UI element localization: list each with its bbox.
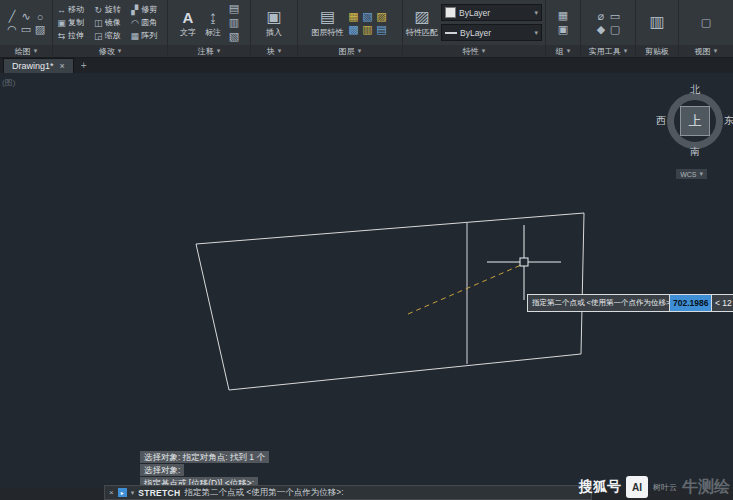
copy-icon: ▣ bbox=[56, 17, 67, 28]
paste-button[interactable]: ▥ bbox=[646, 13, 668, 33]
text-button[interactable]: A 文字 bbox=[177, 7, 199, 37]
layer-lock-icon[interactable]: ▩ bbox=[347, 23, 361, 37]
object-color-dropdown[interactable]: ByLayer ▾ bbox=[441, 4, 542, 21]
layer-properties-button[interactable]: ▤ 图层特性 bbox=[312, 7, 344, 37]
dynamic-input-angle-field[interactable]: < 12 bbox=[711, 294, 733, 312]
watermark-source: 搜狐号 bbox=[579, 478, 621, 496]
move-button[interactable]: ↔移动 bbox=[56, 3, 91, 16]
viewcube[interactable]: 上 北 南 西 东 bbox=[661, 87, 729, 155]
layer-state-icon[interactable]: ▦ bbox=[347, 10, 361, 24]
layers-panel-label[interactable]: 图层 ▾ bbox=[298, 45, 402, 57]
quick-select-icon[interactable]: ▭ bbox=[608, 10, 622, 24]
ribbon-panel-view: ▢ 视图 ▾ bbox=[679, 0, 733, 57]
line-icon[interactable]: ╱ bbox=[5, 10, 19, 24]
stretch-button[interactable]: ⇆拉伸 bbox=[56, 29, 91, 42]
scale-button[interactable]: ◲缩放 bbox=[93, 29, 128, 42]
command-icon: ▸ bbox=[118, 488, 127, 497]
tab-drawing1[interactable]: Drawing1* × bbox=[3, 58, 74, 73]
copy-button[interactable]: ▣复制 bbox=[56, 16, 91, 29]
mirror-button[interactable]: ◫镜像 bbox=[93, 16, 128, 29]
ribbon-panel-modify: ↔移动 ↻旋转 ▞修剪 ▣复制 ◫镜像 ◠圆角 ⇆拉伸 ◲缩放 ▦阵列 修改 ▾ bbox=[53, 0, 168, 57]
chevron-down-icon: ▾ bbox=[118, 47, 122, 55]
ribbon-panel-annotate: A 文字 ↨ 标注 ▤ ▥ ▧ 注释 ▾ bbox=[168, 0, 251, 57]
mirror-icon: ◫ bbox=[93, 17, 104, 28]
ribbon-panel-block: ▣ 插入 块 ▾ bbox=[251, 0, 298, 57]
polyline-icon[interactable]: ∿ bbox=[19, 10, 33, 24]
dynamic-input-distance-field[interactable]: 702.1986 bbox=[669, 294, 712, 312]
viewcube-south-label[interactable]: 南 bbox=[690, 145, 700, 159]
drawing-geometry bbox=[0, 73, 733, 489]
command-history-line: 选择对象: bbox=[140, 464, 184, 476]
stretch-displacement-line bbox=[408, 265, 521, 314]
command-line[interactable]: × ▸ ▾ STRETCH 指定第二个点或 <使用第一个点作为位移>: bbox=[104, 485, 592, 500]
chevron-down-icon: ▾ bbox=[358, 47, 362, 55]
hatch-icon[interactable]: ▨ bbox=[33, 23, 47, 37]
group-icon[interactable]: ▦ bbox=[556, 9, 570, 23]
layer-isolate-icon[interactable]: ▧ bbox=[361, 10, 375, 24]
viewcube-west-label[interactable]: 西 bbox=[656, 114, 666, 128]
ribbon-panel-groups: ▦ ▣ 组 ▾ bbox=[546, 0, 581, 57]
chevron-down-icon: ▾ bbox=[714, 47, 718, 55]
block-panel-label[interactable]: 块 ▾ bbox=[251, 45, 297, 57]
match-properties-button[interactable]: ▨ 特性匹配 bbox=[406, 7, 438, 37]
viewcube-top-face[interactable]: 上 bbox=[680, 106, 710, 136]
annotation-style-icon[interactable]: ▧ bbox=[227, 30, 241, 44]
chevron-down-icon: ▾ bbox=[624, 47, 628, 55]
viewcube-east-label[interactable]: 东 bbox=[724, 114, 733, 128]
annotate-extra-tools: ▤ ▥ ▧ bbox=[227, 2, 241, 44]
insert-block-button[interactable]: ▣ 插入 bbox=[263, 7, 285, 37]
measure-icon[interactable]: ⌀ bbox=[594, 10, 608, 24]
trim-button[interactable]: ▞修剪 bbox=[129, 3, 164, 16]
insert-block-icon: ▣ bbox=[263, 7, 285, 27]
ribbon-panel-clipboard: ▥ 剪贴板 bbox=[636, 0, 679, 57]
new-tab-button[interactable]: + bbox=[76, 58, 92, 73]
chevron-down-icon: ▾ bbox=[534, 9, 538, 17]
linetype-dropdown[interactable]: ByLayer ▾ bbox=[441, 24, 542, 41]
circle-icon[interactable]: ○ bbox=[33, 10, 47, 24]
watermark-author: 牛测绘 bbox=[682, 477, 730, 498]
view-icon[interactable]: ▢ bbox=[699, 16, 713, 30]
viewcube-north-label[interactable]: 北 bbox=[690, 83, 700, 97]
close-command-line-icon[interactable]: × bbox=[109, 488, 114, 497]
view-panel-label[interactable]: 视图 ▾ bbox=[679, 45, 733, 57]
draw-tools: ╱ ∿ ○ ◠ ▭ ▨ bbox=[5, 10, 47, 36]
drawing-canvas[interactable]: (图) 上 北 南 西 东 WCS ▾ bbox=[0, 73, 733, 489]
clipboard-panel-label: 剪贴板 bbox=[636, 45, 678, 57]
leader-icon[interactable]: ▥ bbox=[227, 16, 241, 30]
ribbon-panel-draw: ╱ ∿ ○ ◠ ▭ ▨ 绘图 ▾ bbox=[0, 0, 53, 57]
array-button[interactable]: ▦阵列 bbox=[129, 29, 164, 42]
active-command-name: STRETCH bbox=[138, 488, 180, 498]
ribbon-panel-layers: ▤ 图层特性 ▦ ▧ ▨ ▩ ▥ ▤ 图层 ▾ bbox=[298, 0, 403, 57]
table-icon[interactable]: ▤ bbox=[227, 2, 241, 16]
dimension-button[interactable]: ↨ 标注 bbox=[202, 7, 224, 37]
command-prompt-text: 指定第二个点或 <使用第一个点作为位移>: bbox=[184, 487, 343, 499]
utilities-panel-label[interactable]: 实用工具 ▾ bbox=[581, 45, 635, 57]
id-point-icon[interactable]: ▢ bbox=[608, 23, 622, 37]
autocad-window: ╱ ∿ ○ ◠ ▭ ▨ 绘图 ▾ ↔移动 ↻旋转 ▞修剪 ▣复制 bbox=[0, 0, 733, 500]
dynamic-input-prompt: 指定第二个点或 <使用第一个点作为位移>: bbox=[527, 294, 677, 312]
text-icon: A bbox=[177, 7, 199, 27]
point-icon[interactable]: ◆ bbox=[594, 23, 608, 37]
annotate-panel-label[interactable]: 注释 ▾ bbox=[168, 45, 250, 57]
layer-freeze-icon[interactable]: ▨ bbox=[375, 10, 389, 24]
draw-panel-label[interactable]: 绘图 ▾ bbox=[0, 45, 52, 57]
rotate-button[interactable]: ↻旋转 bbox=[93, 3, 128, 16]
ungroup-icon[interactable]: ▣ bbox=[556, 23, 570, 37]
chevron-down-icon[interactable]: ▾ bbox=[131, 489, 135, 497]
groups-panel-label[interactable]: 组 ▾ bbox=[546, 45, 580, 57]
paste-icon: ▥ bbox=[646, 13, 668, 33]
arc-icon[interactable]: ◠ bbox=[5, 23, 19, 37]
wcs-dropdown[interactable]: WCS ▾ bbox=[676, 169, 707, 179]
chevron-down-icon: ▾ bbox=[482, 47, 486, 55]
ribbon-panel-utilities: ⌀ ▭ ◆ ▢ 实用工具 ▾ bbox=[581, 0, 636, 57]
rectangle-icon[interactable]: ▭ bbox=[19, 23, 33, 37]
close-tab-icon[interactable]: × bbox=[60, 61, 65, 71]
move-icon: ↔ bbox=[56, 4, 67, 15]
modify-panel-label[interactable]: 修改 ▾ bbox=[53, 45, 167, 57]
trim-icon: ▞ bbox=[129, 4, 140, 15]
layer-match-icon[interactable]: ▤ bbox=[375, 23, 389, 37]
properties-panel-label[interactable]: 特性 ▾ bbox=[403, 45, 545, 57]
fillet-button[interactable]: ◠圆角 bbox=[129, 16, 164, 29]
layer-off-icon[interactable]: ▥ bbox=[361, 23, 375, 37]
chevron-down-icon: ▾ bbox=[34, 47, 38, 55]
